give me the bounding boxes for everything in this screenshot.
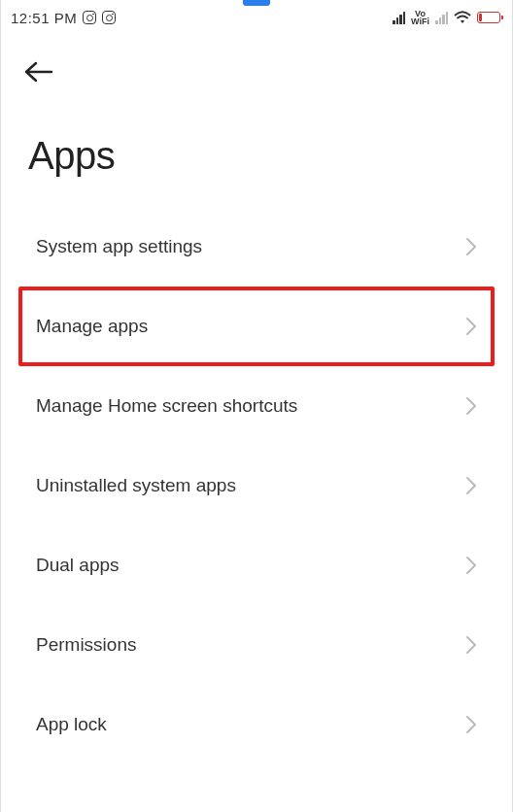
list-item-label: System app settings — [36, 236, 202, 257]
list-item-label: Manage apps — [36, 316, 148, 337]
status-time: 12:51 PM — [11, 10, 77, 26]
chevron-right-icon — [465, 237, 477, 256]
list-item-label: Manage Home screen shortcuts — [36, 395, 297, 417]
header-row — [1, 31, 512, 87]
list-item-label: Dual apps — [36, 555, 120, 576]
chevron-right-icon — [465, 635, 477, 655]
chevron-right-icon — [465, 317, 477, 336]
list-item-manage-apps[interactable]: Manage apps — [18, 287, 495, 366]
battery-fill — [479, 14, 482, 21]
vowifi-icon: Vo WiFi — [411, 10, 429, 25]
list-item-label: App lock — [36, 714, 107, 735]
battery-icon — [477, 12, 500, 23]
status-right: Vo WiFi — [393, 10, 500, 25]
wifi-icon — [454, 11, 471, 24]
instagram-icon — [83, 11, 96, 24]
list-item-label: Uninstalled system apps — [36, 475, 236, 496]
apps-list: System app settings Manage apps Manage H… — [1, 207, 512, 764]
list-item-system-app-settings[interactable]: System app settings — [18, 207, 495, 287]
status-left: 12:51 PM — [11, 10, 116, 26]
arrow-left-icon — [24, 61, 53, 83]
list-item-app-lock[interactable]: App lock — [18, 685, 495, 764]
chevron-right-icon — [465, 556, 477, 575]
signal-bars-icon — [393, 11, 405, 24]
top-notch-indicator — [243, 0, 270, 6]
back-button[interactable] — [24, 58, 53, 87]
chevron-right-icon — [465, 396, 477, 416]
vowifi-bottom: WiFi — [411, 17, 429, 25]
chevron-right-icon — [465, 476, 477, 495]
page-title: Apps — [1, 87, 512, 207]
list-item-permissions[interactable]: Permissions — [18, 605, 495, 685]
list-item-dual-apps[interactable]: Dual apps — [18, 525, 495, 605]
signal-bars-dim-icon — [435, 11, 448, 24]
instagram-icon — [102, 11, 116, 24]
list-item-manage-home-screen-shortcuts[interactable]: Manage Home screen shortcuts — [18, 366, 495, 446]
list-item-label: Permissions — [36, 634, 136, 656]
list-item-uninstalled-system-apps[interactable]: Uninstalled system apps — [18, 446, 495, 525]
chevron-right-icon — [465, 715, 477, 734]
